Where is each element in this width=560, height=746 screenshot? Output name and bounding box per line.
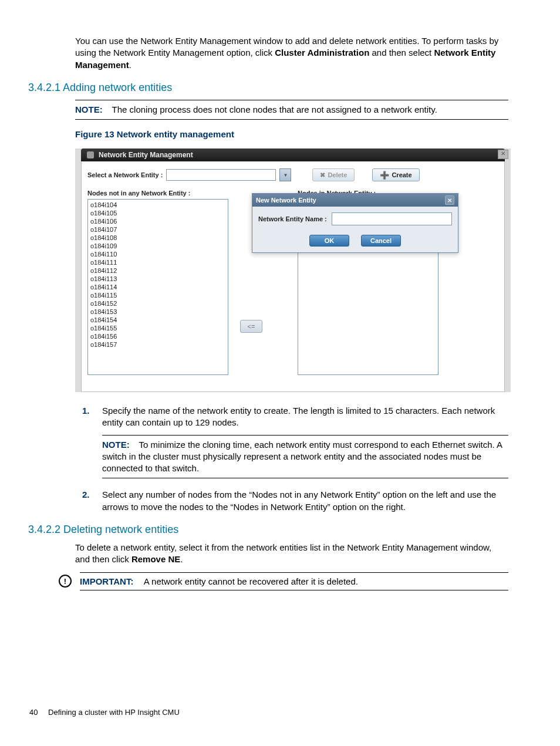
list-item[interactable]: o184i155 — [90, 324, 225, 332]
footer-title: Defining a cluster with HP Insight CMU — [48, 708, 180, 717]
intro-paragraph: You can use the Network Entity Managemen… — [75, 35, 508, 71]
figure-caption: Figure 13 Network entity management — [75, 129, 532, 139]
list-item[interactable]: o184i113 — [90, 275, 225, 283]
window-title: Network Entity Management — [99, 151, 193, 159]
move-left-button[interactable]: <= — [240, 320, 262, 333]
cancel-button[interactable]: Cancel — [361, 235, 401, 247]
list-item[interactable]: o184i114 — [90, 283, 225, 291]
text: . — [180, 554, 183, 564]
page-number: 40 — [29, 708, 38, 717]
list-item[interactable]: o184i154 — [90, 316, 225, 324]
close-icon[interactable]: ✕ — [498, 150, 508, 159]
note-block: NOTE: The cloning process does not clone… — [75, 100, 508, 120]
list-item[interactable]: o184i152 — [90, 299, 225, 308]
window-titlebar: Network Entity Management — [81, 148, 505, 161]
entity-combo-input[interactable] — [166, 169, 276, 181]
step-2: Select any number of nodes from the “Nod… — [82, 489, 508, 513]
list-item[interactable]: o184i104 — [90, 201, 225, 209]
important-text: A network entity cannot be recovered aft… — [144, 576, 358, 586]
step-1-text: Specify the name of the network entity t… — [102, 406, 495, 427]
list-item[interactable]: o184i156 — [90, 332, 225, 340]
popup-close-icon[interactable]: ✕ — [445, 195, 454, 205]
create-button[interactable]: ➕ Create — [372, 168, 419, 181]
cluster-admin-label: Cluster Administration — [275, 48, 369, 58]
text: . — [129, 60, 131, 70]
network-entity-name-input[interactable] — [332, 212, 452, 225]
app-icon — [87, 151, 94, 158]
nodes-not-in-entity-list[interactable]: o184i104o184i105o184i106o184i107o184i108… — [87, 199, 228, 375]
list-item[interactable]: o184i110 — [90, 250, 225, 258]
step-2-text: Select any number of nodes from the “Nod… — [102, 490, 496, 511]
deleting-paragraph: To delete a network entity, select it fr… — [75, 542, 508, 566]
combo-dropdown-icon[interactable]: ▼ — [279, 168, 291, 181]
left-list-label: Nodes not in any Network Entity : — [87, 190, 228, 197]
important-block: IMPORTANT: A network entity cannot be re… — [80, 572, 508, 590]
step-1: Specify the name of the network entity t… — [82, 405, 508, 478]
delete-button[interactable]: ✖ Delete — [312, 168, 355, 181]
remove-ne-label: Remove NE — [131, 554, 180, 564]
note-label: NOTE: — [75, 104, 103, 114]
list-item[interactable]: o184i112 — [90, 266, 225, 275]
text: and then select — [369, 48, 434, 58]
list-item[interactable]: o184i157 — [90, 340, 225, 349]
important-label: IMPORTANT: — [80, 576, 133, 586]
list-item[interactable]: o184i106 — [90, 217, 225, 225]
popup-field-label: Network Entity Name : — [258, 215, 327, 222]
delete-x-icon: ✖ — [320, 171, 325, 179]
list-item[interactable]: o184i115 — [90, 291, 225, 299]
delete-button-label: Delete — [328, 171, 347, 178]
list-item[interactable]: o184i107 — [90, 225, 225, 234]
list-item[interactable]: o184i108 — [90, 234, 225, 242]
section-heading-deleting: 3.4.2.2 Deleting network entities — [28, 524, 532, 536]
create-button-label: Create — [392, 171, 411, 178]
ok-button[interactable]: OK — [309, 235, 349, 247]
list-item[interactable]: o184i105 — [90, 209, 225, 217]
step-1-note: NOTE: To minimize the cloning time, each… — [102, 435, 508, 479]
list-item[interactable]: o184i153 — [90, 308, 225, 316]
list-item[interactable]: o184i111 — [90, 258, 225, 266]
plus-icon: ➕ — [380, 171, 389, 179]
new-network-entity-dialog: New Network Entity ✕ Network Entity Name… — [252, 193, 458, 253]
page-footer: 40 Defining a cluster with HP Insight CM… — [28, 708, 532, 717]
important-icon: ! — [59, 575, 72, 588]
section-heading-adding: 3.4.2.1 Adding network entities — [28, 82, 532, 94]
note-label: NOTE: — [102, 440, 130, 450]
note-text: The cloning process does not clone nodes… — [112, 104, 437, 114]
list-item[interactable]: o184i109 — [90, 242, 225, 250]
popup-title: New Network Entity — [256, 197, 316, 204]
note-text: To minimize the cloning time, each netwo… — [102, 440, 502, 474]
select-entity-label: Select a Network Entity : — [87, 171, 163, 178]
screenshot-region: ✕ Network Entity Management Select a Net… — [75, 148, 511, 392]
